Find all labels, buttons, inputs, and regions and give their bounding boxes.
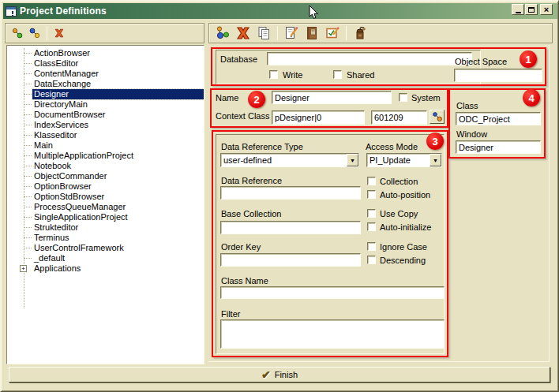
tree-item-label: Designer (32, 89, 204, 99)
tree-item-label: ProcessQueueManager (32, 202, 127, 212)
tree-item[interactable]: SingleApplicationProject (7, 212, 204, 222)
write-checkbox[interactable] (269, 70, 278, 79)
context-lookup-button[interactable] (430, 110, 445, 124)
edit-image-icon[interactable] (325, 25, 340, 41)
tree-item[interactable]: Klasseditor (7, 130, 204, 140)
delete-icon[interactable] (235, 25, 251, 41)
toolbar-separator (346, 26, 347, 40)
close-icon: × (544, 6, 549, 13)
access-mode-value: PI_Update (367, 154, 430, 166)
tree-item-label: Notebook (32, 161, 73, 171)
new-object-icon[interactable] (215, 25, 231, 41)
maximize-button[interactable] (525, 4, 538, 15)
context-class-input[interactable] (272, 110, 365, 125)
tree-item[interactable]: ProcessQueueManager (7, 202, 204, 212)
tree-item-label: MultipleApplicationProject (32, 151, 135, 161)
form-panel-edge (549, 45, 550, 361)
object-space-input[interactable] (454, 69, 542, 82)
order-key-input[interactable] (220, 253, 361, 267)
window-title: Project Definitions (20, 6, 107, 17)
data-reference-input[interactable] (220, 186, 361, 200)
tree-connector (24, 217, 32, 218)
system-checkbox[interactable] (399, 93, 407, 102)
chevron-down-icon[interactable]: ▼ (430, 154, 441, 166)
link-objects-icon[interactable] (28, 27, 41, 39)
tree-item[interactable]: UserControlFramework (7, 243, 204, 253)
class-name-input[interactable] (220, 286, 445, 299)
minimize-icon (516, 12, 521, 13)
auto-initialize-checkbox[interactable] (367, 222, 376, 231)
toolbar-separator (277, 26, 278, 40)
name-label: Name (216, 93, 238, 103)
base-collection-input[interactable] (220, 221, 361, 234)
tree-item[interactable]: OptionStdBrowser (7, 192, 204, 202)
tree-connector (24, 166, 32, 166)
tree-item-applications[interactable]: +Applications (7, 263, 204, 274)
tree-item[interactable]: ContentManager (7, 69, 204, 79)
filter-label: Filter (221, 309, 240, 319)
tree-item[interactable]: Strukteditor (7, 222, 204, 233)
grinder-icon[interactable] (352, 25, 368, 41)
tree-item-label: DirectoryMain (32, 99, 89, 110)
tree-item[interactable]: Main (7, 140, 204, 151)
descending-checkbox[interactable] (367, 256, 376, 264)
tree-item-label: IndexServices (32, 120, 90, 130)
tree-item[interactable]: Notebook (7, 161, 204, 171)
tree-item[interactable]: ActionBrowser (7, 48, 204, 58)
use-copy-checkbox[interactable] (367, 209, 376, 218)
data-reference-label: Data Reference (221, 176, 282, 185)
tree-item-label: ClassEditor (32, 58, 80, 69)
database-input[interactable] (267, 52, 472, 65)
window-input[interactable] (456, 140, 541, 154)
toolbar-separator (47, 26, 47, 40)
window-label: Window (456, 129, 487, 139)
ignore-case-checkbox[interactable] (367, 242, 376, 251)
form-toolbar (208, 23, 553, 43)
expand-plus-icon[interactable]: + (20, 265, 27, 272)
tree-item-label: Klasseditor (32, 130, 78, 140)
name-input[interactable] (272, 91, 392, 104)
tree-item-label: Applications (32, 263, 82, 274)
tree-connector (24, 104, 32, 105)
tree-item[interactable]: ClassEditor (7, 58, 204, 69)
annotation-badge-3: 3 (426, 133, 444, 150)
tree-item-label: Strukteditor (32, 222, 80, 233)
copy-icon[interactable] (256, 25, 272, 41)
shared-checkbox[interactable] (333, 70, 342, 79)
tree-item[interactable]: DataExchange (7, 79, 204, 89)
tree-item-label: OptionStdBrowser (32, 192, 106, 202)
tree-item-selected[interactable]: Designer (7, 89, 204, 99)
tree-item-label: UserControlFramework (32, 243, 126, 253)
context-id-input[interactable] (371, 110, 427, 125)
tree-connector (24, 125, 32, 125)
write-label: Write (283, 70, 302, 80)
access-mode-select[interactable]: PI_Update ▼ (366, 153, 442, 167)
new-object-icon[interactable] (11, 27, 24, 39)
maximize-icon (528, 7, 535, 13)
minimize-button[interactable] (512, 4, 524, 15)
tree-item[interactable]: DirectoryMain (7, 99, 204, 110)
project-tree[interactable]: ActionBrowser ClassEditor ContentManager… (6, 45, 204, 364)
delete-icon[interactable] (53, 27, 66, 39)
tree-item[interactable]: _default (7, 253, 204, 263)
data-reference-type-select[interactable]: user-defined ▼ (220, 153, 359, 167)
class-name-label: Class Name (221, 276, 268, 286)
system-label: System (411, 93, 441, 103)
tree-item-label: Main (32, 140, 54, 151)
tree-item[interactable]: DocumentBrowser (7, 110, 204, 120)
edit-document-icon[interactable] (283, 25, 299, 41)
filter-textarea[interactable] (220, 319, 445, 349)
tree-item[interactable]: Terminus (7, 233, 204, 243)
chevron-down-icon[interactable]: ▼ (347, 154, 358, 166)
close-button[interactable]: × (540, 4, 553, 15)
tree-item[interactable]: MultipleApplicationProject (7, 151, 204, 161)
finish-button[interactable]: ✔ Finish (9, 367, 550, 383)
collection-checkbox[interactable] (367, 177, 376, 185)
catalog-book-icon[interactable] (304, 25, 320, 41)
order-key-label: Order Key (221, 242, 261, 252)
class-input[interactable] (456, 112, 541, 125)
tree-item[interactable]: IndexServices (7, 120, 204, 130)
tree-item[interactable]: ObjectCommander (7, 171, 204, 181)
tree-item[interactable]: OptionBrowser (7, 181, 204, 192)
auto-position-checkbox[interactable] (367, 190, 376, 199)
